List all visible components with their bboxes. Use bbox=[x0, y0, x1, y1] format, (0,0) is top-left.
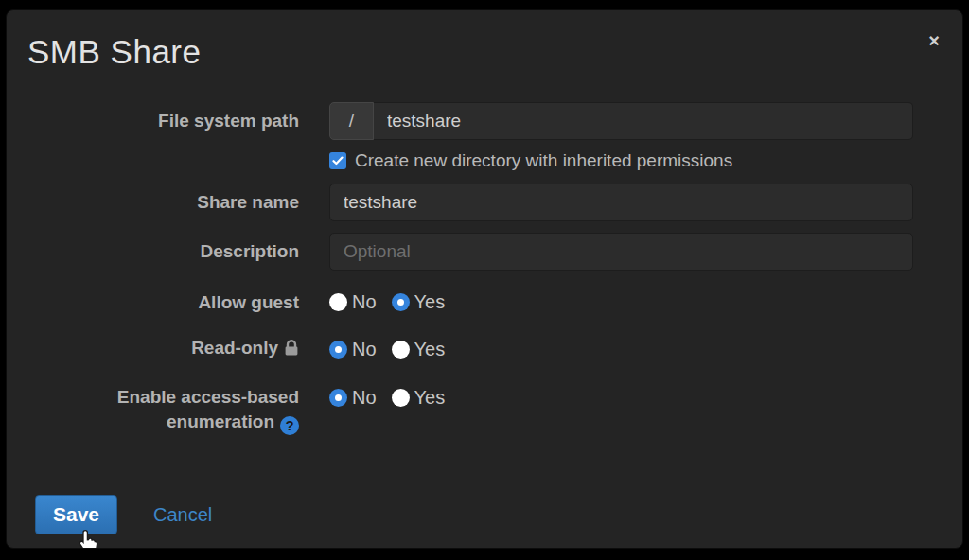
file-system-path-label: File system path bbox=[7, 111, 299, 131]
lock-icon bbox=[284, 340, 299, 360]
allow-guest-no-radio[interactable]: No bbox=[329, 291, 377, 313]
create-directory-checkbox-label[interactable]: Create new directory with inherited perm… bbox=[355, 150, 732, 171]
access-based-enumeration-row: Enable access-based enumeration? No Yes bbox=[7, 385, 962, 435]
access-based-enumeration-yes-radio[interactable]: Yes bbox=[392, 387, 446, 409]
page-title: SMB Share bbox=[27, 33, 201, 71]
read-only-no-radio[interactable]: No bbox=[329, 339, 377, 360]
save-button[interactable]: Save bbox=[35, 495, 117, 534]
close-button[interactable]: × bbox=[928, 31, 940, 50]
smb-share-form: File system path / Create new directory … bbox=[7, 102, 962, 435]
read-only-yes-radio[interactable]: Yes bbox=[392, 339, 446, 360]
radio-circle-icon bbox=[392, 341, 410, 359]
access-based-enumeration-no-radio[interactable]: No bbox=[329, 387, 377, 409]
help-icon[interactable]: ? bbox=[280, 416, 299, 435]
access-based-enumeration-label: Enable access-based enumeration? bbox=[7, 385, 299, 435]
radio-circle-icon bbox=[392, 389, 410, 407]
radio-option-label: Yes bbox=[414, 291, 446, 313]
allow-guest-row: Allow guest No Yes bbox=[7, 291, 962, 313]
path-prefix: / bbox=[329, 102, 374, 140]
radio-option-label: No bbox=[352, 387, 377, 409]
create-directory-checkbox[interactable] bbox=[329, 152, 346, 169]
share-name-row: Share name bbox=[7, 184, 962, 221]
allow-guest-yes-radio[interactable]: Yes bbox=[392, 291, 446, 313]
file-system-path-row: File system path / bbox=[7, 102, 962, 140]
read-only-label: Read-only bbox=[7, 338, 299, 360]
radio-circle-icon bbox=[329, 341, 347, 359]
create-directory-row: Create new directory with inherited perm… bbox=[7, 149, 962, 171]
description-input[interactable] bbox=[329, 233, 913, 271]
radio-option-label: Yes bbox=[414, 339, 446, 360]
radio-option-label: No bbox=[352, 339, 377, 360]
cancel-button[interactable]: Cancel bbox=[153, 504, 212, 526]
radio-circle-icon bbox=[392, 293, 410, 311]
radio-circle-icon bbox=[329, 389, 347, 407]
smb-share-dialog: SMB Share × File system path / bbox=[6, 9, 963, 549]
close-icon: × bbox=[928, 30, 940, 51]
description-label: Description bbox=[7, 241, 299, 262]
dialog-actions: Save Cancel bbox=[35, 495, 212, 534]
radio-circle-icon bbox=[329, 293, 347, 311]
check-icon bbox=[332, 156, 344, 166]
radio-option-label: No bbox=[352, 291, 377, 313]
share-name-input[interactable] bbox=[329, 184, 913, 221]
file-system-path-input[interactable] bbox=[374, 102, 913, 140]
description-row: Description bbox=[7, 233, 962, 271]
radio-option-label: Yes bbox=[414, 387, 446, 409]
read-only-row: Read-only No Yes bbox=[7, 338, 962, 360]
share-name-label: Share name bbox=[7, 192, 299, 213]
allow-guest-label: Allow guest bbox=[7, 292, 299, 313]
